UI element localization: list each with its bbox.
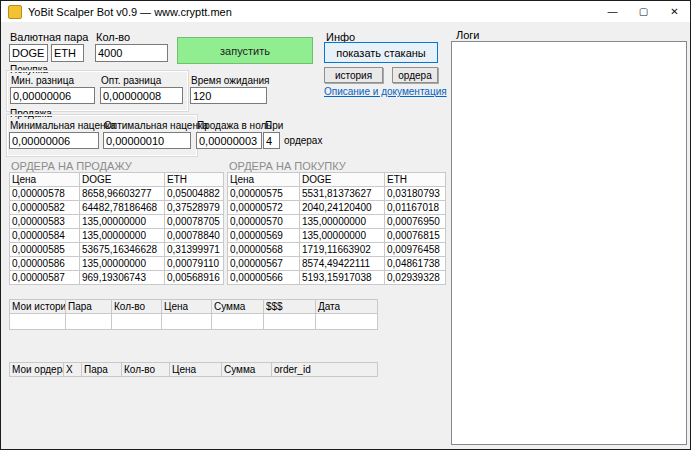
column-header: Дата <box>316 300 378 314</box>
column-header: Цена <box>228 173 300 187</box>
table-cell: 0,00000578 <box>10 187 80 201</box>
min-diff-label: Мин. разница <box>11 75 74 86</box>
table-cell <box>316 314 378 330</box>
sell-orders-title: ОРДЕРА НА ПРОДАЖУ <box>11 160 132 172</box>
table-cell: 135,00000000 <box>80 215 165 229</box>
minimize-icon[interactable]: — <box>597 1 628 22</box>
orders-button[interactable]: ордера <box>392 67 438 83</box>
table-row[interactable]: 0,000005722040,241204000,01167018 <box>228 201 446 215</box>
buy-orders-title: ОРДЕРА НА ПОКУПКУ <box>229 160 346 172</box>
opt-markup-input[interactable] <box>103 132 191 149</box>
column-header: Кол-во <box>122 363 170 377</box>
window-controls: — ▢ ✕ <box>597 1 690 22</box>
column-header: DOGE <box>80 173 165 187</box>
table-cell: 0,00568916 <box>165 271 224 285</box>
opt-diff-label: Опт. разница <box>101 75 161 86</box>
column-header: Пара <box>66 300 112 314</box>
column-header: ETH <box>385 173 446 187</box>
table-cell: 0,01167018 <box>385 201 446 215</box>
min-diff-input[interactable] <box>10 87 95 104</box>
table-row[interactable]: 0,000005678574,494221110,04861738 <box>228 257 446 271</box>
column-header: Мои ордера <box>10 363 64 377</box>
min-markup-label: Минимальная наценка <box>10 120 116 131</box>
orders-suffix-label: ордерах <box>284 135 322 146</box>
table-row[interactable]: 0,00000584135,000000000,00078840 <box>10 229 224 243</box>
table-cell: 0,00000570 <box>228 215 300 229</box>
table-cell: 969,19306743 <box>80 271 165 285</box>
table-row[interactable] <box>10 314 378 330</box>
pair-quote-input[interactable] <box>51 44 84 62</box>
docs-link[interactable]: Описание и документация <box>324 86 447 97</box>
table-row[interactable]: 0,0000058264482,781864680,37528979 <box>10 201 224 215</box>
column-header: ETH <box>165 173 224 187</box>
table-row[interactable]: 0,000005788658,966032770,05004882 <box>10 187 224 201</box>
close-icon[interactable]: ✕ <box>659 1 690 22</box>
table-cell: 5193,15917038 <box>300 271 385 285</box>
table-cell: 0,00078705 <box>165 215 224 229</box>
amount-input[interactable] <box>95 44 168 62</box>
column-header: Пара <box>82 363 122 377</box>
column-header: Сумма <box>212 300 264 314</box>
table-row[interactable]: 0,00000583135,000000000,00078705 <box>10 215 224 229</box>
table-cell: 0,00000582 <box>10 201 80 215</box>
column-header: X <box>64 363 82 377</box>
column-header: Мои история <box>10 300 66 314</box>
table-cell: 0,00076815 <box>385 229 446 243</box>
column-header: $$$ <box>264 300 316 314</box>
column-header: Цена <box>170 363 222 377</box>
show-orderbooks-button[interactable]: показать стаканы <box>324 42 438 63</box>
table-cell: 0,02939328 <box>385 271 446 285</box>
my-history-table: Мои историяПараКол-воЦенаСумма$$$Дата <box>9 299 378 330</box>
table-cell <box>112 314 162 330</box>
table-cell: 0,00000566 <box>228 271 300 285</box>
zero-sell-input[interactable] <box>196 132 262 149</box>
column-header: order_id <box>272 363 378 377</box>
at-label: При <box>265 120 283 131</box>
table-cell: 1719,11663902 <box>300 243 385 257</box>
header-row: ЦенаDOGEETH <box>10 173 224 187</box>
table-row[interactable]: 0,00000570135,000000000,00076950 <box>228 215 446 229</box>
column-header: Кол-во <box>112 300 162 314</box>
start-button[interactable]: запустить <box>177 37 313 64</box>
table-cell: 0,05004882 <box>165 187 224 201</box>
history-button[interactable]: история <box>324 67 383 83</box>
pair-base-input[interactable] <box>9 44 48 62</box>
wait-time-label: Время ожидания <box>191 75 270 86</box>
table-cell: 135,00000000 <box>80 229 165 243</box>
table-cell: 0,00000569 <box>228 229 300 243</box>
table-cell: 135,00000000 <box>80 257 165 271</box>
wait-time-input[interactable] <box>190 87 267 104</box>
table-row[interactable]: 0,000005755531,813736270,03180793 <box>228 187 446 201</box>
table-cell: 0,00078840 <box>165 229 224 243</box>
table-row[interactable]: 0,00000587969,193067430,00568916 <box>10 271 224 285</box>
table-cell: 0,00976458 <box>385 243 446 257</box>
zero-sell-label: Продажа в ноль <box>197 120 272 131</box>
header-row: ЦенаDOGEETH <box>228 173 446 187</box>
column-header: Цена <box>162 300 212 314</box>
titlebar: YoBit Scalper Bot v0.9 — www.cryptt.men … <box>1 1 690 22</box>
table-cell: 0,00000567 <box>228 257 300 271</box>
sell-orders-table: ЦенаDOGEETH 0,000005788658,966032770,050… <box>9 172 224 285</box>
opt-diff-input[interactable] <box>100 87 183 104</box>
table-cell: 0,00000572 <box>228 201 300 215</box>
table-cell: 53675,16346628 <box>80 243 165 257</box>
table-row[interactable]: 0,000005681719,116639020,00976458 <box>228 243 446 257</box>
table-row[interactable]: 0,00000569135,000000000,00076815 <box>228 229 446 243</box>
column-header: Сумма <box>222 363 272 377</box>
table-cell: 2040,24120400 <box>300 201 385 215</box>
min-markup-input[interactable] <box>9 132 99 149</box>
app-window: YoBit Scalper Bot v0.9 — www.cryptt.men … <box>0 0 691 450</box>
table-row[interactable]: 0,000005665193,159170380,02939328 <box>228 271 446 285</box>
header-row: Мои ордераXПараКол-воЦенаСуммаorder_id <box>10 363 378 377</box>
table-cell: 0,00000587 <box>10 271 80 285</box>
at-orders-input[interactable] <box>263 132 280 149</box>
table-row[interactable]: 0,00000586135,000000000,00079110 <box>10 257 224 271</box>
table-row[interactable]: 0,0000058553675,163466280,31399971 <box>10 243 224 257</box>
table-cell: 8658,96603277 <box>80 187 165 201</box>
maximize-icon[interactable]: ▢ <box>628 1 659 22</box>
amount-label: Кол-во <box>96 31 130 43</box>
my-orders-table: Мои ордераXПараКол-воЦенаСуммаorder_id <box>9 362 378 377</box>
table-cell: 0,03180793 <box>385 187 446 201</box>
table-cell: 0,00000568 <box>228 243 300 257</box>
logs-panel[interactable] <box>451 41 687 445</box>
